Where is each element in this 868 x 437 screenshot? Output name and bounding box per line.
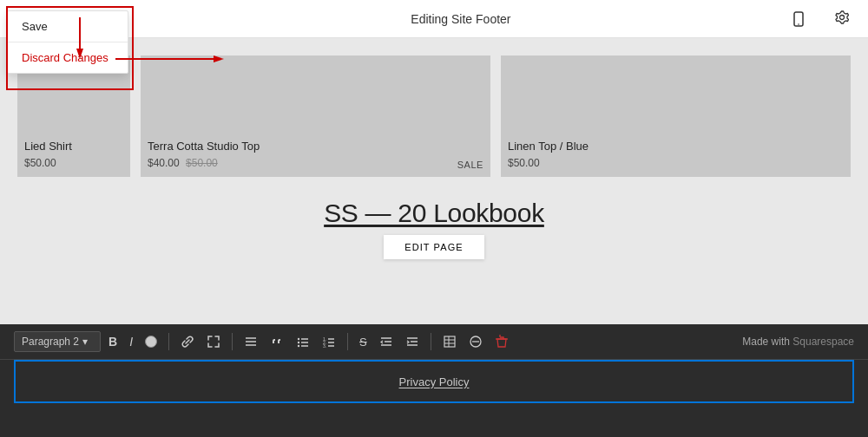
- squarespace-link[interactable]: Squarespace: [792, 336, 854, 348]
- discard-option[interactable]: Discard Changes: [8, 42, 128, 73]
- svg-rect-24: [444, 336, 455, 347]
- lookbook-section: SS — 20 Lookbook EDIT PAGE: [0, 186, 868, 272]
- toolbar-divider-4: [431, 333, 431, 350]
- bullet-list-icon: [296, 335, 310, 349]
- product-name-1: Lied Shirt: [24, 140, 72, 153]
- bullet-list-button[interactable]: [292, 331, 314, 352]
- toolbar-left: Paragraph 2 ▾ B I: [14, 331, 513, 352]
- main-content: Lied Shirt $50.00 Terra Cotta Studio Top…: [0, 38, 868, 437]
- product-price-2: $40.00 $50.00: [148, 157, 218, 169]
- indent-decrease-icon: [379, 335, 393, 349]
- indent-decrease-button[interactable]: [375, 331, 398, 352]
- color-button[interactable]: [141, 332, 161, 351]
- strikethrough-button[interactable]: S: [355, 332, 372, 352]
- page-title: Editing Site Footer: [411, 12, 510, 26]
- products-area: Lied Shirt $50.00 Terra Cotta Studio Top…: [0, 38, 868, 186]
- footer-area: Paragraph 2 ▾ B I: [0, 324, 868, 437]
- product-original-price-2: $50.00: [186, 157, 218, 169]
- quote-button[interactable]: [266, 331, 288, 352]
- align-button[interactable]: [240, 331, 262, 352]
- product-price-3: $50.00: [508, 157, 540, 169]
- svg-text:3.: 3.: [323, 343, 326, 349]
- indent-increase-button[interactable]: [401, 331, 424, 352]
- paragraph-select[interactable]: Paragraph 2 ▾: [14, 331, 101, 352]
- paragraph-label: Paragraph 2: [22, 336, 79, 348]
- svg-point-7: [298, 342, 299, 343]
- svg-point-6: [298, 338, 299, 340]
- link-button[interactable]: [176, 331, 199, 352]
- clear-format-button[interactable]: [464, 331, 487, 352]
- italic-button[interactable]: I: [125, 331, 137, 352]
- made-with-text: Made with: [742, 336, 790, 348]
- mobile-preview-button[interactable]: [785, 7, 812, 31]
- top-bar-right: [785, 7, 854, 31]
- lookbook-title: SS — 20 Lookbook: [324, 199, 544, 228]
- fullscreen-icon: [207, 335, 220, 349]
- bold-button[interactable]: B: [104, 331, 122, 352]
- product-name-3: Linen Top / Blue: [508, 140, 589, 153]
- numbered-list-icon: 1. 2. 3.: [322, 335, 336, 349]
- indent-increase-icon: [405, 335, 419, 349]
- select-chevron-icon: ▾: [82, 336, 88, 348]
- editing-title: Editing Site Footer: [411, 12, 510, 26]
- color-circle: [145, 336, 157, 348]
- editor-toolbar: Paragraph 2 ▾ B I: [0, 324, 868, 360]
- table-icon: [443, 335, 457, 349]
- sale-badge-2: SALE: [457, 160, 483, 170]
- product-card-2: Terra Cotta Studio Top $40.00 $50.00 SAL…: [141, 55, 490, 177]
- numbered-list-button[interactable]: 1. 2. 3.: [318, 331, 340, 352]
- clear-format-icon: [469, 335, 483, 349]
- product-info-1: Lied Shirt $50.00: [24, 140, 72, 170]
- toolbar-divider-2: [232, 333, 233, 350]
- mobile-icon: [790, 10, 807, 28]
- top-bar: DONE ▾ Editing Site Footer: [0, 0, 868, 38]
- product-name-2: Terra Cotta Studio Top: [148, 140, 260, 153]
- align-icon: [244, 335, 258, 349]
- svg-point-8: [298, 345, 299, 347]
- privacy-policy-link[interactable]: Privacy Policy: [399, 375, 470, 388]
- product-card-3: Linen Top / Blue $50.00: [501, 55, 851, 177]
- footer-text-area[interactable]: Privacy Policy: [14, 360, 854, 403]
- delete-icon: [495, 335, 509, 349]
- settings-icon: [832, 10, 849, 28]
- fullscreen-button[interactable]: [202, 331, 225, 352]
- product-info-2: Terra Cotta Studio Top $40.00 $50.00: [148, 140, 260, 170]
- edit-page-button[interactable]: EDIT PAGE: [384, 235, 484, 259]
- delete-button[interactable]: [490, 331, 513, 352]
- toolbar-right: Made with Squarespace: [742, 336, 854, 348]
- product-info-3: Linen Top / Blue $50.00: [508, 140, 589, 170]
- product-card-1: Lied Shirt $50.00: [17, 55, 130, 177]
- svg-point-2: [840, 15, 845, 19]
- quote-icon: [270, 335, 284, 349]
- save-option[interactable]: Save: [8, 11, 128, 42]
- toolbar-divider-3: [347, 333, 348, 350]
- link-icon: [181, 335, 194, 349]
- toolbar-divider-1: [168, 333, 169, 350]
- svg-point-1: [798, 23, 799, 25]
- product-price-1: $50.00: [24, 157, 56, 169]
- settings-button[interactable]: [826, 7, 854, 31]
- done-dropdown: Save Discard Changes: [7, 10, 128, 74]
- table-button[interactable]: [438, 331, 461, 352]
